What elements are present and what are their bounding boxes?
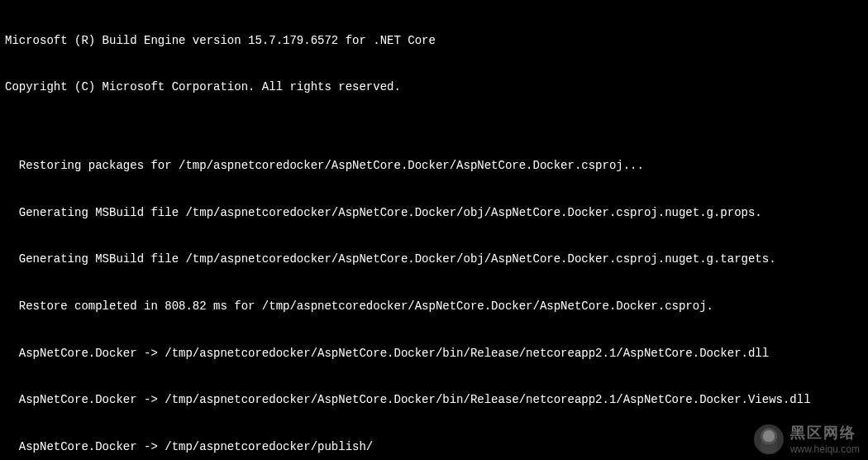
terminal-line: Microsoft (R) Build Engine version 15.7.…: [5, 33, 863, 49]
terminal-output: Microsoft (R) Build Engine version 15.7.…: [5, 2, 863, 460]
mushroom-icon: [754, 424, 784, 454]
watermark-text: 黑区网络 www.heiqu.com: [790, 423, 860, 456]
terminal-line: AspNetCore.Docker -> /tmp/aspnetcoredock…: [5, 346, 863, 362]
terminal-line: Restoring packages for /tmp/aspnetcoredo…: [5, 158, 863, 174]
terminal-line: AspNetCore.Docker -> /tmp/aspnetcoredock…: [5, 392, 863, 408]
watermark-url: www.heiqu.com: [790, 443, 860, 456]
terminal-line: AspNetCore.Docker -> /tmp/aspnetcoredock…: [5, 439, 863, 455]
terminal-line: Copyright (C) Microsoft Corporation. All…: [5, 79, 863, 95]
terminal-line: Generating MSBuild file /tmp/aspnetcored…: [5, 252, 863, 267]
watermark: 黑区网络 www.heiqu.com: [754, 423, 860, 456]
watermark-title: 黑区网络: [790, 423, 856, 443]
terminal-line: Generating MSBuild file /tmp/aspnetcored…: [5, 205, 863, 221]
terminal-line: Restore completed in 808.82 ms for /tmp/…: [5, 299, 863, 314]
